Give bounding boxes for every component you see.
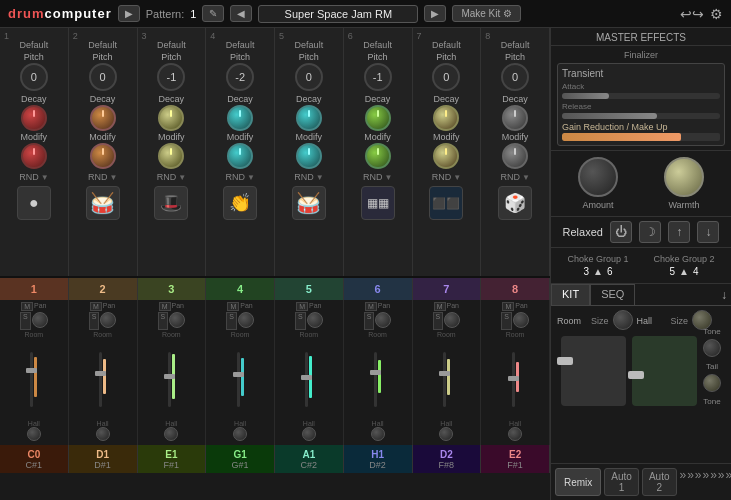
ch-tab-6[interactable]: 6	[344, 278, 413, 300]
moon-button[interactable]: ☽	[639, 221, 661, 243]
amount-knob[interactable]	[578, 157, 618, 197]
modify-knob-6[interactable]	[365, 143, 391, 169]
mix-pan-knob-5[interactable]	[307, 312, 323, 328]
room-fader[interactable]	[561, 336, 626, 406]
mix-hall-knob-8[interactable]	[508, 427, 522, 441]
mix-m-btn-1[interactable]: M	[21, 302, 33, 311]
attack-slider[interactable]	[562, 93, 720, 99]
undo-button[interactable]: ↩↪	[680, 6, 704, 22]
mix-s-btn-5[interactable]: S	[295, 312, 306, 330]
rnd-arrow-4[interactable]: ▼	[247, 173, 255, 182]
mix-hall-knob-1[interactable]	[27, 427, 41, 441]
note-cell-2[interactable]: D1 D#1	[69, 445, 138, 473]
mix-hall-knob-6[interactable]	[371, 427, 385, 441]
mix-hall-knob-4[interactable]	[233, 427, 247, 441]
mix-pan-knob-4[interactable]	[238, 312, 254, 328]
pad-icon-6[interactable]: ▦▦	[361, 186, 395, 220]
note-cell-4[interactable]: G1 G#1	[206, 445, 275, 473]
pad-icon-2[interactable]: 🥁	[86, 186, 120, 220]
mix-fader-4[interactable]	[237, 352, 240, 407]
mix-fader-3[interactable]	[168, 352, 171, 407]
choke-1-val-2[interactable]: 6	[607, 266, 613, 277]
pad-icon-5[interactable]: 🥁	[292, 186, 326, 220]
choke-2-val-1[interactable]: 5	[669, 266, 675, 277]
rnd-arrow-7[interactable]: ▼	[453, 173, 461, 182]
hall-fader[interactable]	[632, 336, 697, 406]
pitch-display-6[interactable]: -1	[364, 63, 392, 91]
ch-tab-8[interactable]: 8	[481, 278, 550, 300]
rnd-arrow-2[interactable]: ▼	[109, 173, 117, 182]
ch-tab-1[interactable]: 1	[0, 278, 69, 300]
pad-icon-3[interactable]: 🎩	[154, 186, 188, 220]
mix-m-btn-8[interactable]: M	[502, 302, 514, 311]
modify-knob-3[interactable]	[158, 143, 184, 169]
mix-pan-knob-1[interactable]	[32, 312, 48, 328]
note-cell-5[interactable]: A1 C#2	[275, 445, 344, 473]
rnd-arrow-1[interactable]: ▼	[41, 173, 49, 182]
pitch-display-8[interactable]: 0	[501, 63, 529, 91]
modify-knob-8[interactable]	[502, 143, 528, 169]
mix-m-btn-2[interactable]: M	[90, 302, 102, 311]
mix-fader-6[interactable]	[374, 352, 377, 407]
pad-icon-4[interactable]: 👏	[223, 186, 257, 220]
remix-button[interactable]: Remix	[555, 468, 601, 496]
power-button[interactable]: ⏻	[610, 221, 632, 243]
ch-tab-4[interactable]: 4	[206, 278, 275, 300]
kit-tab[interactable]: KIT	[551, 284, 590, 306]
seq-tab[interactable]: SEQ	[590, 284, 635, 306]
pitch-display-5[interactable]: 0	[295, 63, 323, 91]
note-cell-7[interactable]: D2 F#8	[413, 445, 482, 473]
mix-fader-2[interactable]	[99, 352, 102, 407]
tail-knob[interactable]	[703, 374, 721, 392]
pad-icon-7[interactable]: ⬛⬛	[429, 186, 463, 220]
make-kit-button[interactable]: Make Kit ⚙	[452, 5, 521, 22]
mix-s-btn-6[interactable]: S	[364, 312, 375, 330]
next-pattern-button[interactable]: ▶	[424, 5, 446, 22]
decay-knob-7[interactable]	[433, 105, 459, 131]
note-cell-1[interactable]: C0 C#1	[0, 445, 69, 473]
upload-button[interactable]: ↑	[668, 221, 690, 243]
choke-2-val-2[interactable]: 4	[693, 266, 699, 277]
decay-knob-4[interactable]	[227, 105, 253, 131]
modify-knob-2[interactable]	[90, 143, 116, 169]
decay-knob-8[interactable]	[502, 105, 528, 131]
modify-knob-1[interactable]	[21, 143, 47, 169]
pad-icon-8[interactable]: 🎲	[498, 186, 532, 220]
prev-pattern-button[interactable]: ◀	[230, 5, 252, 22]
settings-button[interactable]: ⚙	[710, 6, 723, 22]
pitch-display-4[interactable]: -2	[226, 63, 254, 91]
rnd-arrow-6[interactable]: ▼	[384, 173, 392, 182]
decay-knob-5[interactable]	[296, 105, 322, 131]
mix-fader-7[interactable]	[443, 352, 446, 407]
mix-s-btn-2[interactable]: S	[89, 312, 100, 330]
release-slider[interactable]	[562, 113, 720, 119]
decay-knob-6[interactable]	[365, 105, 391, 131]
pattern-name[interactable]: Super Space Jam RM	[258, 5, 418, 23]
ch-tab-5[interactable]: 5	[275, 278, 344, 300]
mix-m-btn-5[interactable]: M	[296, 302, 308, 311]
mix-hall-knob-2[interactable]	[96, 427, 110, 441]
rnd-arrow-5[interactable]: ▼	[316, 173, 324, 182]
decay-knob-3[interactable]	[158, 105, 184, 131]
tone-knob[interactable]	[703, 339, 721, 357]
mix-pan-knob-6[interactable]	[375, 312, 391, 328]
mix-pan-knob-3[interactable]	[169, 312, 185, 328]
pattern-edit-icon[interactable]: ✎	[202, 5, 224, 22]
ch-tab-3[interactable]: 3	[138, 278, 207, 300]
mix-m-btn-6[interactable]: M	[365, 302, 377, 311]
ch-tab-2[interactable]: 2	[69, 278, 138, 300]
mix-s-btn-8[interactable]: S	[501, 312, 512, 330]
mix-pan-knob-2[interactable]	[100, 312, 116, 328]
mix-s-btn-7[interactable]: S	[433, 312, 444, 330]
pad-icon-1[interactable]: ●	[17, 186, 51, 220]
pitch-display-2[interactable]: 0	[89, 63, 117, 91]
mix-fader-8[interactable]	[512, 352, 515, 407]
room-size-knob[interactable]	[613, 310, 633, 330]
pitch-display-3[interactable]: -1	[157, 63, 185, 91]
modify-knob-5[interactable]	[296, 143, 322, 169]
mix-m-btn-7[interactable]: M	[434, 302, 446, 311]
note-cell-8[interactable]: E2 F#1	[481, 445, 550, 473]
auto2-button[interactable]: Auto 2	[642, 468, 677, 496]
mix-m-btn-4[interactable]: M	[227, 302, 239, 311]
ch-tab-7[interactable]: 7	[413, 278, 482, 300]
